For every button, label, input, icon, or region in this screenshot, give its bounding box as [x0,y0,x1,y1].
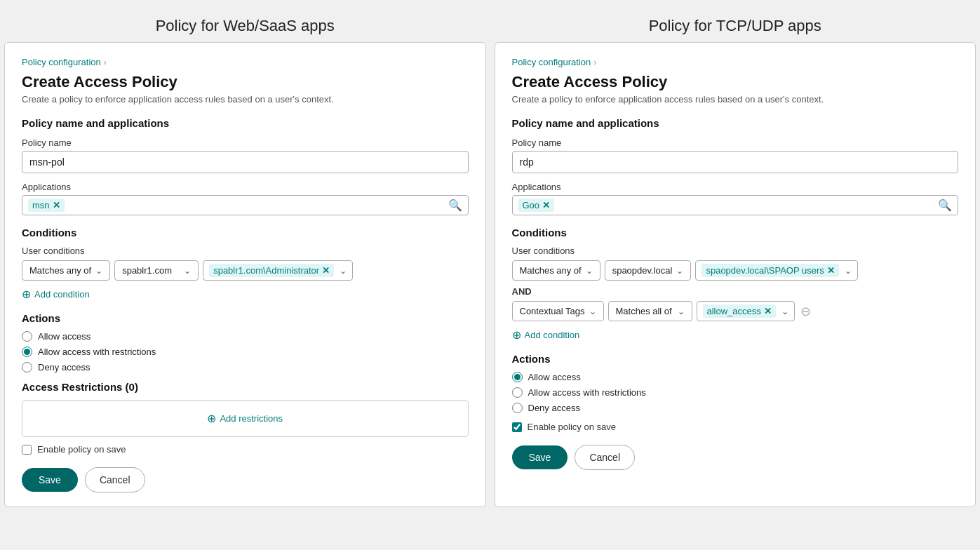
left-cancel-button[interactable]: Cancel [85,467,145,492]
right-column-title: Policy for TCP/UDP apps [490,7,981,42]
right-app-tag: Goo ✕ [518,199,555,212]
left-section-restrictions: Access Restrictions (0) [22,381,469,393]
left-actions: Allow access Allow access with restricti… [22,331,469,373]
right-matches-chevron: ⌄ [586,266,593,276]
right-applications-input[interactable]: Goo ✕ 🔍 [512,195,959,215]
left-applications-input[interactable]: msn ✕ 🔍 [22,195,469,215]
left-radio-restrictions-label: Allow access with restrictions [38,347,156,357]
left-enable-policy-checkbox[interactable] [22,445,32,455]
right-cancel-button[interactable]: Cancel [575,445,635,470]
right-app-search-icon[interactable]: 🔍 [938,199,952,212]
left-policy-name-input[interactable] [22,151,469,173]
right-user-tag-chevron: ⌄ [845,266,852,276]
left-matches-chevron: ⌄ [95,266,102,276]
left-column-title: Policy for Web/SaaS apps [0,7,490,42]
right-section-policy: Policy name and applications [512,117,959,129]
left-breadcrumb: Policy configuration › [22,57,469,67]
left-radio-allow[interactable] [22,331,32,342]
right-applications-label: Applications [512,182,959,192]
left-user-tag-close[interactable]: ✕ [322,266,330,275]
left-domain-chevron: ⌄ [184,266,191,276]
right-contextual-tags-dropdown[interactable]: Contextual Tags ⌄ [512,301,604,321]
left-add-condition-button[interactable]: ⊕ Add condition [22,286,90,302]
left-app-tag-close[interactable]: ✕ [53,201,60,210]
left-section-policy: Policy name and applications [22,117,469,129]
right-radio-allow-label: Allow access [528,372,581,382]
left-radio-allow-row: Allow access [22,331,469,342]
right-user-tag-dropdown[interactable]: spaopdev.local\SPAOP users ✕ ⌄ [695,260,857,281]
left-page-subtitle: Create a policy to enforce application a… [22,94,469,105]
right-matches-any-of-dropdown[interactable]: Matches any of ⌄ [512,260,600,281]
right-enable-policy-label: Enable policy on save [528,422,616,432]
right-user-tag: spaopdev.local\SPAOP users ✕ [702,264,838,277]
left-radio-restrictions-row: Allow access with restrictions [22,347,469,357]
right-radio-restrictions-row: Allow access with restrictions [512,387,959,398]
right-allow-access-tag-chevron: ⌄ [781,307,788,316]
right-allow-access-tag: allow_access ✕ [703,304,776,318]
right-radio-deny-row: Deny access [512,403,959,413]
left-enable-policy-label: Enable policy on save [37,444,126,455]
left-radio-deny-label: Deny access [38,362,90,373]
left-breadcrumb-chevron: › [104,58,107,67]
left-enable-policy-row: Enable policy on save [22,444,469,455]
left-user-conditions-label: User conditions [22,246,469,256]
right-enable-policy-checkbox[interactable] [512,422,522,432]
left-radio-deny-row: Deny access [22,362,469,373]
right-remove-condition-button[interactable]: ⊖ [799,304,812,319]
left-user-tag-dropdown[interactable]: spablr1.com\Administrator ✕ ⌄ [203,260,353,281]
left-restrictions-box: ⊕ Add restrictions [22,400,469,437]
right-breadcrumb-link[interactable]: Policy configuration [512,57,591,67]
right-app-tag-close[interactable]: ✕ [542,201,550,210]
left-radio-allow-label: Allow access [38,331,90,342]
page-wrapper: Policy for Web/SaaS apps Policy configur… [0,7,980,514]
right-user-tag-close[interactable]: ✕ [827,266,835,275]
left-app-search-icon[interactable]: 🔍 [448,199,462,212]
right-allow-access-tag-close[interactable]: ✕ [764,307,772,316]
right-page-title: Create Access Policy [512,73,959,91]
right-condition-row-1: Matches any of ⌄ spaopdev.local ⌄ spaopd… [512,260,959,281]
right-radio-allow[interactable] [512,372,523,382]
right-radio-deny[interactable] [512,403,523,413]
right-domain-chevron: ⌄ [676,266,683,276]
right-radio-restrictions-label: Allow access with restrictions [528,387,646,398]
left-radio-deny[interactable] [22,362,32,373]
left-breadcrumb-link[interactable]: Policy configuration [22,57,101,67]
right-policy-name-label: Policy name [512,138,959,148]
columns-row: Policy for Web/SaaS apps Policy configur… [0,7,980,514]
left-matches-any-of-dropdown[interactable]: Matches any of ⌄ [22,260,110,281]
right-page-subtitle: Create a policy to enforce application a… [512,94,959,105]
right-matches-all-of-chevron: ⌄ [678,307,685,316]
left-panel: Policy configuration › Create Access Pol… [4,42,486,507]
left-domain-dropdown[interactable]: spablr1.com ⌄ [114,260,199,281]
right-section-actions: Actions [512,353,959,365]
right-section-conditions: Conditions [512,227,959,239]
left-section-conditions: Conditions [22,227,469,239]
right-add-condition-button[interactable]: ⊕ Add condition [512,327,580,343]
right-matches-all-of-dropdown[interactable]: Matches all of ⌄ [608,301,692,321]
left-user-tag: spablr1.com\Administrator ✕ [209,264,334,277]
right-domain-dropdown[interactable]: spaopdev.local ⌄ [605,260,692,281]
right-breadcrumb: Policy configuration › [512,57,959,67]
right-policy-name-input[interactable] [512,151,959,173]
left-page-title: Create Access Policy [22,73,469,91]
right-allow-access-tag-dropdown[interactable]: allow_access ✕ ⌄ [697,301,795,321]
right-radio-allow-restrictions[interactable] [512,387,523,398]
right-actions: Allow access Allow access with restricti… [512,372,959,413]
right-btn-row: Save Cancel [512,445,959,470]
right-and-label: AND [512,286,959,297]
right-panel: Policy configuration › Create Access Pol… [495,42,976,507]
right-breadcrumb-chevron: › [593,58,596,67]
right-radio-allow-row: Allow access [512,372,959,382]
left-radio-allow-restrictions[interactable] [22,347,32,357]
left-condition-row: Matches any of ⌄ spablr1.com ⌄ spablr1.c… [22,260,469,281]
left-add-restrictions-button[interactable]: ⊕ Add restrictions [207,412,283,425]
left-app-tag: msn ✕ [28,199,65,212]
left-section-actions: Actions [22,312,469,324]
right-radio-deny-label: Deny access [528,403,580,413]
left-save-button[interactable]: Save [22,468,78,492]
right-user-conditions-label: User conditions [512,246,959,256]
left-btn-row: Save Cancel [22,467,469,492]
right-save-button[interactable]: Save [512,445,568,469]
left-applications-label: Applications [22,182,469,192]
left-user-tag-chevron: ⌄ [340,266,347,276]
